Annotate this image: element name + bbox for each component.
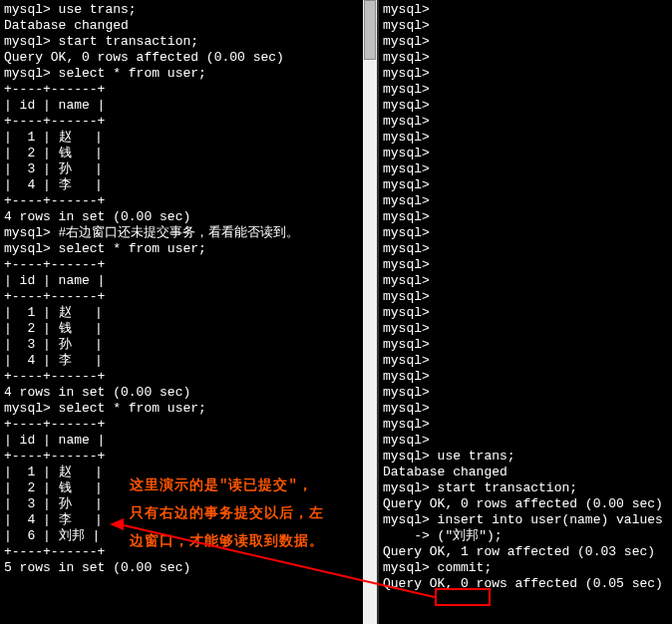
terminal-line: +----+------+ (4, 257, 373, 273)
terminal-line: mysql> (383, 289, 668, 305)
terminal-line: mysql> (383, 225, 668, 241)
terminal-line: | 1 | 赵 | (4, 130, 373, 146)
terminal-line: mysql> select * from user; (4, 241, 373, 257)
terminal-line: Database changed (383, 465, 668, 480)
terminal-line: mysql> (383, 66, 668, 82)
terminal-line: 4 rows in set (0.00 sec) (4, 385, 373, 401)
terminal-line: mysql> (383, 18, 668, 34)
terminal-line: mysql> (383, 34, 668, 50)
terminal-line: mysql> (383, 257, 668, 273)
terminal-line: mysql> use trans; (4, 2, 373, 18)
terminal-line: mysql> (383, 433, 668, 449)
terminal-line: mysql> (383, 98, 668, 114)
terminal-line: | 3 | 孙 | (4, 337, 373, 353)
terminal-line: mysql> (383, 385, 668, 401)
terminal-line: -> ("刘邦"); (383, 528, 668, 544)
terminal-line: Query OK, 1 row affected (0.03 sec) (383, 544, 668, 560)
terminal-line: +----+------+ (4, 449, 373, 465)
terminal-line: +----+------+ (4, 369, 373, 385)
left-scrollbar-thumb[interactable] (364, 0, 376, 60)
terminal-line: mysql> start transaction; (4, 34, 373, 50)
terminal-line: mysql> use trans; (383, 449, 668, 465)
right-terminal-pane: mysql>mysql>mysql>mysql>mysql>mysql>mysq… (377, 0, 672, 624)
terminal-line: Query OK, 0 rows affected (0.00 sec) (4, 50, 373, 66)
terminal-line: mysql> (383, 50, 668, 66)
terminal-line: mysql> (383, 305, 668, 321)
terminal-line: | 4 | 李 | (4, 353, 373, 369)
terminal-line: mysql> (383, 146, 668, 161)
terminal-line: mysql> (383, 209, 668, 225)
terminal-line: Query OK, 0 rows affected (0.00 sec) (383, 496, 668, 512)
terminal-line: mysql> (383, 241, 668, 257)
terminal-line: mysql> (383, 130, 668, 146)
terminal-line: mysql> start transaction; (383, 480, 668, 496)
terminal-line: mysql> (383, 161, 668, 177)
terminal-line: | 1 | 赵 | (4, 305, 373, 321)
terminal-line: mysql> (383, 369, 668, 385)
terminal-line: mysql> insert into user(name) values (383, 512, 668, 528)
terminal-line: | 2 | 钱 | (4, 146, 373, 161)
terminal-line: Query OK, 0 rows affected (0.05 sec) (383, 576, 668, 592)
terminal-line: mysql> (383, 82, 668, 98)
annotation-line2: 只有右边的事务提交以后，左 (130, 502, 324, 524)
terminal-line: | 3 | 孙 | (4, 161, 373, 177)
terminal-line: +----+------+ (4, 417, 373, 433)
terminal-line: mysql> commit; (383, 560, 668, 576)
arrow-head-icon (110, 518, 124, 530)
terminal-line: mysql> (383, 417, 668, 433)
annotation-line1: 这里演示的是"读已提交"， (130, 474, 313, 496)
terminal-line: mysql> (383, 273, 668, 289)
terminal-line: | 4 | 李 | (4, 177, 373, 193)
left-scrollbar[interactable] (363, 0, 377, 624)
terminal-line: | id | name | (4, 273, 373, 289)
terminal-line: mysql> (383, 177, 668, 193)
terminal-line: mysql> (383, 193, 668, 209)
terminal-line: mysql> (383, 2, 668, 18)
terminal-line: Database changed (4, 18, 373, 34)
terminal-line: 4 rows in set (0.00 sec) (4, 209, 373, 225)
terminal-line: | id | name | (4, 433, 373, 449)
terminal-line: mysql> (383, 114, 668, 130)
terminal-line: | 2 | 钱 | (4, 321, 373, 337)
terminal-line: mysql> (383, 321, 668, 337)
terminal-line: mysql> select * from user; (4, 66, 373, 82)
terminal-line: +----+------+ (4, 289, 373, 305)
terminal-line: mysql> (383, 353, 668, 369)
terminal-line: mysql> #右边窗口还未提交事务，看看能否读到。 (4, 225, 373, 241)
terminal-line: | id | name | (4, 98, 373, 114)
terminal-line: +----+------+ (4, 82, 373, 98)
terminal-line: mysql> (383, 337, 668, 353)
terminal-line: +----+------+ (4, 193, 373, 209)
terminal-line: mysql> select * from user; (4, 401, 373, 417)
terminal-line: mysql> (383, 401, 668, 417)
terminal-line: +----+------+ (4, 114, 373, 130)
commit-highlight-box (435, 588, 491, 606)
